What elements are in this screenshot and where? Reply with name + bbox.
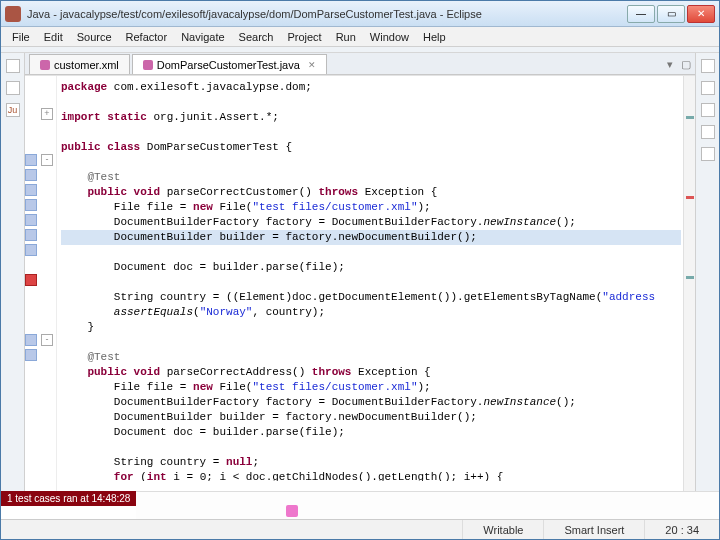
- change-marker: [25, 154, 37, 166]
- window-title: Java - javacalypse/test/com/exilesoft/ja…: [27, 8, 627, 20]
- view-icon[interactable]: [701, 103, 715, 117]
- menu-help[interactable]: Help: [416, 29, 453, 45]
- tab-domparsecustomertest[interactable]: DomParseCustomerTest.java: [132, 54, 327, 74]
- menu-file[interactable]: File: [5, 29, 37, 45]
- java-file-icon: [143, 60, 153, 70]
- menu-refactor[interactable]: Refactor: [119, 29, 175, 45]
- menu-window[interactable]: Window: [363, 29, 416, 45]
- outline-view-icon[interactable]: [701, 59, 715, 73]
- view-icon[interactable]: [701, 125, 715, 139]
- junit-view-icon[interactable]: Ju: [6, 103, 20, 117]
- overview-ruler[interactable]: [683, 76, 695, 491]
- change-marker: [25, 334, 37, 346]
- menu-navigate[interactable]: Navigate: [174, 29, 231, 45]
- titlebar: Java - javacalypse/test/com/exilesoft/ja…: [1, 1, 719, 27]
- change-marker: [25, 184, 37, 196]
- progress-icon[interactable]: [286, 505, 298, 517]
- tab-label: DomParseCustomerTest.java: [157, 59, 300, 71]
- change-marker: [25, 169, 37, 181]
- menu-project[interactable]: Project: [280, 29, 328, 45]
- test-run-status: 1 test cases ran at 14:48:28: [1, 491, 136, 506]
- menu-run[interactable]: Run: [329, 29, 363, 45]
- fold-toggle-icon[interactable]: +: [41, 108, 53, 120]
- change-marker: [25, 349, 37, 361]
- tab-customer-xml[interactable]: customer.xml: [29, 54, 130, 74]
- status-mode: Writable: [462, 520, 543, 539]
- eclipse-icon: [5, 6, 21, 22]
- maximize-button[interactable]: ▭: [657, 5, 685, 23]
- view-icon[interactable]: [6, 81, 20, 95]
- view-icon[interactable]: [701, 81, 715, 95]
- window-buttons: — ▭ ✕: [627, 5, 715, 23]
- fold-toggle-icon[interactable]: -: [41, 154, 53, 166]
- minimize-button[interactable]: —: [627, 5, 655, 23]
- work-area: Ju customer.xml DomParseCustomerTest.jav…: [1, 53, 719, 491]
- status-insert: Smart Insert: [543, 520, 644, 539]
- minimize-view-icon[interactable]: ▾: [663, 58, 677, 72]
- statusbar: Writable Smart Insert 20 : 34: [1, 519, 719, 539]
- editor-column: customer.xml DomParseCustomerTest.java ▾…: [25, 53, 695, 491]
- change-marker: [25, 244, 37, 256]
- maximize-view-icon[interactable]: ▢: [679, 58, 693, 72]
- error-marker-icon[interactable]: [25, 274, 37, 286]
- fold-toggle-icon[interactable]: -: [41, 334, 53, 346]
- code-editor[interactable]: + - - package com.exilesoft.javacalypse.…: [25, 75, 695, 491]
- left-view-bar: Ju: [1, 53, 25, 491]
- status-cursor-pos: 20 : 34: [644, 520, 719, 539]
- editor-ruler[interactable]: + - -: [25, 76, 57, 491]
- code-area[interactable]: package com.exilesoft.javacalypse.dom; i…: [61, 80, 681, 481]
- xml-file-icon: [40, 60, 50, 70]
- status-gap: [136, 491, 719, 519]
- menu-source[interactable]: Source: [70, 29, 119, 45]
- eclipse-window: Java - javacalypse/test/com/exilesoft/ja…: [0, 0, 720, 540]
- menu-search[interactable]: Search: [232, 29, 281, 45]
- change-marker: [25, 229, 37, 241]
- run-status-area: 1 test cases ran at 14:48:28: [1, 491, 719, 519]
- change-marker: [25, 214, 37, 226]
- menubar: File Edit Source Refactor Navigate Searc…: [1, 27, 719, 47]
- change-marker: [25, 199, 37, 211]
- view-icon[interactable]: [6, 59, 20, 73]
- menu-edit[interactable]: Edit: [37, 29, 70, 45]
- view-icon[interactable]: [701, 147, 715, 161]
- tab-label: customer.xml: [54, 59, 119, 71]
- editor-tabbar: customer.xml DomParseCustomerTest.java ▾…: [25, 53, 695, 75]
- close-button[interactable]: ✕: [687, 5, 715, 23]
- right-view-bar: [695, 53, 719, 491]
